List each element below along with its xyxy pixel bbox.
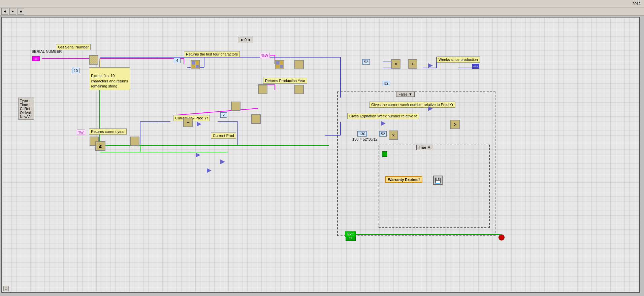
returns-current-year-label: Returns current year xyxy=(89,128,127,135)
const-130: 130 xyxy=(357,131,367,137)
string-func-4[interactable] xyxy=(251,114,261,124)
arrow-node-gives-current xyxy=(428,106,433,111)
string-func-1[interactable] xyxy=(191,60,200,69)
const-2: 2 xyxy=(220,112,227,118)
returns-prod-year-label: Returns Production Year xyxy=(263,78,307,84)
arrow-node-4 xyxy=(220,159,225,164)
back-button[interactable]: ◄ xyxy=(1,8,8,15)
prod-year-func[interactable] xyxy=(258,85,267,94)
add-node-1[interactable]: + xyxy=(408,59,417,69)
serial-number-indicator[interactable]: 1u xyxy=(32,56,40,61)
returns-first-four-label: Returns the first four charactors xyxy=(184,51,240,57)
stop-button-canvas[interactable] xyxy=(498,234,505,240)
const-52-1: 52 xyxy=(362,59,370,65)
true-case-label[interactable]: True ▼ xyxy=(416,145,433,150)
true-case-indicator[interactable] xyxy=(382,151,387,157)
false-case-label[interactable]: False ▼ xyxy=(396,91,415,97)
const-4: 4 xyxy=(174,58,181,63)
gives-expiration-label: Gives Expiration Week number relative to xyxy=(347,113,419,119)
year-label: 2012 xyxy=(633,2,641,6)
compare-node-1[interactable]: ≥ xyxy=(95,141,105,151)
arrow-node-5 xyxy=(207,168,212,173)
weeks-since-prod-label: Weeks since production xyxy=(437,57,480,63)
gives-current-week-label: Gives the current week number relative t… xyxy=(369,102,455,108)
weeks-indicator[interactable]: ### xyxy=(472,64,479,69)
percent-w-func[interactable] xyxy=(275,60,284,69)
extract-function-block[interactable] xyxy=(89,55,98,65)
title-bar: 2012 xyxy=(0,0,644,7)
stop-button-toolbar[interactable]: ■ xyxy=(18,8,24,15)
const-130-comment: 130 = 52*30/12 xyxy=(352,137,378,141)
subtract-node[interactable]: − xyxy=(183,118,193,127)
case-structure-inner xyxy=(379,145,490,228)
arrow-node-3 xyxy=(196,153,200,157)
main-canvas: ◄ 0 ► 1u SERIAL NUMBER Get Serial Number… xyxy=(1,17,640,293)
scroll-indicator-top[interactable]: ◄ 0 ► xyxy=(238,37,253,42)
svg-line-7 xyxy=(177,108,258,115)
const-52-2: 52 xyxy=(383,81,390,86)
const-52-3: 52 xyxy=(379,131,387,137)
string-func-3[interactable] xyxy=(231,102,240,111)
percent-w-const: %W xyxy=(260,53,270,58)
warranty-expired-node: Warranty Expired! xyxy=(385,176,422,183)
prod-year-func-2[interactable] xyxy=(294,85,304,94)
current-year-func-2[interactable] xyxy=(130,137,139,146)
current-prod-label: Current Prod xyxy=(211,133,236,139)
multiply-node-1[interactable]: × xyxy=(391,59,400,69)
bottom-scroll[interactable]: □ xyxy=(3,286,9,291)
const-10: 10 xyxy=(72,68,79,73)
multiply-node-case[interactable]: × xyxy=(389,131,398,140)
percent-y-const: %y xyxy=(77,130,85,135)
event-labels: Type Time CtlRef OldVal NewVal xyxy=(18,98,34,120)
get-serial-number-label: Get Serial Number xyxy=(56,44,91,50)
forward-button[interactable]: ► xyxy=(9,8,16,15)
arrow-node-2 xyxy=(197,122,201,126)
string-func-2[interactable] xyxy=(294,60,304,69)
arrow-node-expiration xyxy=(381,121,386,126)
extract-label: Extract first 10 charactors and returns … xyxy=(89,67,130,90)
toolbar: ◄ ► ■ xyxy=(0,7,644,15)
compare-node-case[interactable]: > xyxy=(450,120,460,129)
disk-icon[interactable]: 💾 xyxy=(433,176,443,185)
arrow-node-1 xyxy=(428,63,433,68)
exit-node: Exit xyxy=(345,231,356,237)
